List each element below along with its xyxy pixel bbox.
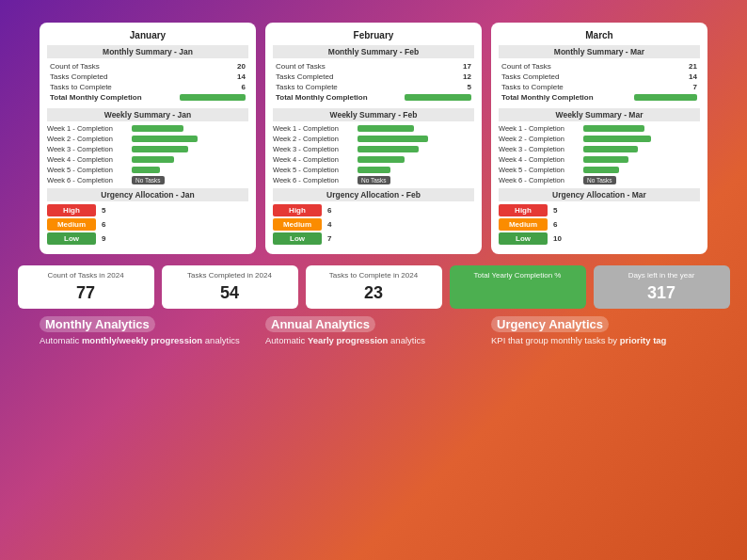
urgency-low-row: Low 10: [499, 232, 700, 245]
urgency-header: Urgency Allocation - Mar: [499, 188, 700, 201]
medium-label: Medium: [499, 218, 548, 231]
urgency-high-row: High 5: [499, 204, 700, 216]
stat-value: 54: [171, 283, 289, 303]
month-card-january: JanuaryMonthly Summary - Jan Count of Ta…: [40, 23, 256, 254]
card-title: March: [499, 30, 700, 40]
stat-box-4: Days left in the year 317: [594, 265, 730, 309]
weekly-row: Week 4 - Completion: [499, 155, 700, 164]
weekly-row: Week 2 - Completion: [47, 135, 248, 143]
monthly-summary-table: Count of Tasks17 Tasks Completed12 Tasks…: [273, 61, 474, 103]
cards-row: JanuaryMonthly Summary - Jan Count of Ta…: [0, 23, 747, 254]
feature-title: Monthly Analytics: [40, 316, 256, 332]
weekly-row: Week 6 - Completion No Tasks: [47, 176, 248, 184]
weekly-row: Week 5 - Completion: [499, 166, 700, 174]
weekly-row: Week 3 - Completion: [47, 145, 248, 153]
stat-label: Count of Tasks in 2024: [27, 271, 145, 280]
features-row: Monthly Analytics Automatic monthly/week…: [0, 316, 747, 354]
weekly-row: Week 2 - Completion: [499, 135, 700, 143]
feature-box-1: Annual Analytics Automatic Yearly progre…: [265, 316, 482, 346]
weekly-summary-header: Weekly Summary - Mar: [499, 108, 700, 121]
stat-label: Tasks Completed in 2024: [171, 271, 289, 280]
urgency-high-row: High 5: [47, 204, 248, 216]
stats-row: Count of Tasks in 2024 77Tasks Completed…: [0, 258, 747, 316]
low-count: 9: [102, 234, 105, 243]
card-title: February: [273, 30, 474, 40]
medium-count: 6: [102, 220, 105, 229]
stat-label: Tasks to Complete in 2024: [315, 271, 433, 280]
stat-label: Days left in the year: [603, 271, 721, 280]
feature-title: Urgency Analytics: [491, 316, 707, 332]
weekly-row: Week 6 - Completion No Tasks: [499, 176, 700, 184]
stat-box-0: Count of Tasks in 2024 77: [18, 265, 154, 309]
weekly-row: Week 3 - Completion: [273, 145, 474, 153]
weekly-summary-header: Weekly Summary - Jan: [47, 108, 248, 121]
stat-box-3: Total Yearly Completion %: [450, 265, 586, 309]
high-count: 5: [553, 206, 557, 215]
weekly-row: Week 6 - Completion No Tasks: [273, 176, 474, 184]
high-count: 6: [327, 206, 331, 215]
monthly-summary-table: Count of Tasks21 Tasks Completed14 Tasks…: [499, 61, 700, 103]
weekly-row: Week 4 - Completion: [47, 155, 248, 164]
weekly-summary-header: Weekly Summary - Feb: [273, 108, 474, 121]
low-count: 10: [553, 234, 562, 243]
high-label: High: [273, 204, 322, 216]
page-title: [0, 0, 747, 23]
monthly-summary-header: Monthly Summary - Mar: [499, 45, 700, 58]
month-card-march: MarchMonthly Summary - Mar Count of Task…: [491, 23, 707, 254]
monthly-summary-table: Count of Tasks20 Tasks Completed14 Tasks…: [47, 61, 248, 103]
urgency-header: Urgency Allocation - Jan: [47, 188, 248, 201]
high-label: High: [47, 204, 96, 216]
month-card-february: FebruaryMonthly Summary - Feb Count of T…: [265, 23, 482, 254]
medium-label: Medium: [47, 218, 96, 231]
stat-value: 317: [603, 283, 721, 303]
medium-count: 6: [553, 220, 557, 229]
stat-label: Total Yearly Completion %: [459, 271, 577, 280]
stat-value: 23: [315, 283, 433, 303]
weekly-row: Week 3 - Completion: [499, 145, 700, 153]
stat-box-2: Tasks to Complete in 2024 23: [306, 265, 442, 309]
medium-label: Medium: [273, 218, 322, 231]
urgency-header: Urgency Allocation - Feb: [273, 188, 474, 201]
low-label: Low: [499, 232, 548, 245]
feature-desc: Automatic Yearly progression analytics: [265, 334, 482, 346]
weekly-row: Week 5 - Completion: [47, 166, 248, 174]
urgency-high-row: High 6: [273, 204, 474, 216]
weekly-row: Week 1 - Completion: [47, 124, 248, 133]
stat-value: 77: [27, 283, 145, 303]
urgency-low-row: Low 7: [273, 232, 474, 245]
weekly-row: Week 1 - Completion: [273, 124, 474, 133]
monthly-summary-header: Monthly Summary - Jan: [47, 45, 248, 58]
urgency-medium-row: Medium 6: [47, 218, 248, 231]
low-label: Low: [47, 232, 96, 245]
monthly-summary-header: Monthly Summary - Feb: [273, 45, 474, 58]
weekly-row: Week 4 - Completion: [273, 155, 474, 164]
feature-desc: Automatic monthly/weekly progression ana…: [40, 334, 256, 346]
feature-title: Annual Analytics: [265, 316, 482, 332]
feature-desc: KPI that group monthly tasks by priority…: [491, 334, 707, 346]
urgency-medium-row: Medium 4: [273, 218, 474, 231]
urgency-medium-row: Medium 6: [499, 218, 700, 231]
weekly-row: Week 1 - Completion: [499, 124, 700, 133]
card-title: January: [47, 30, 248, 40]
high-count: 5: [102, 206, 105, 215]
weekly-row: Week 5 - Completion: [273, 166, 474, 174]
stat-box-1: Tasks Completed in 2024 54: [162, 265, 298, 309]
feature-box-0: Monthly Analytics Automatic monthly/week…: [40, 316, 256, 346]
medium-count: 4: [327, 220, 331, 229]
weekly-row: Week 2 - Completion: [273, 135, 474, 143]
low-count: 7: [327, 234, 331, 243]
urgency-low-row: Low 9: [47, 232, 248, 245]
feature-box-2: Urgency Analytics KPI that group monthly…: [491, 316, 707, 346]
high-label: High: [499, 204, 548, 216]
low-label: Low: [273, 232, 322, 245]
